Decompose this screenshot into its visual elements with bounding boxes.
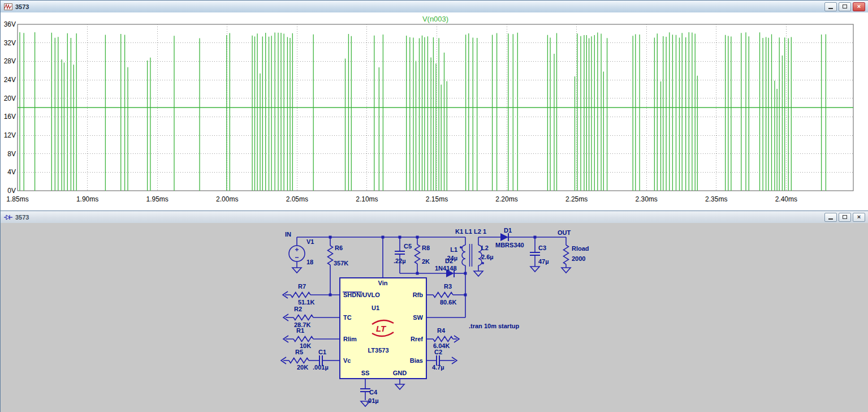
waveform-plot-area[interactable]: 36V32V28V24V20V16V12V8V4V0V1.85ms1.90ms1… — [1, 12, 868, 211]
sch-label: .001µ — [313, 364, 329, 371]
sch-label: SW — [413, 314, 423, 321]
x-tick-label: 1.95ms — [146, 195, 168, 203]
sch-label: 1N4148 — [435, 265, 457, 272]
sch-label: 47µ — [538, 258, 549, 265]
sch-label: OUT — [558, 229, 571, 236]
sch-label: R2 — [294, 306, 302, 312]
x-tick-label: 2.20ms — [495, 195, 517, 203]
x-tick-label: 2.05ms — [286, 195, 308, 203]
sch-label: R3 — [444, 283, 452, 290]
sch-label: L1 — [450, 246, 457, 253]
sch-label: 80.6K — [440, 299, 456, 306]
y-tick-label: 32V — [4, 39, 16, 47]
sch-label: C2 — [434, 349, 442, 355]
schematic-icon — [4, 214, 12, 221]
sch-label: Rlim — [343, 336, 357, 342]
x-tick-label: 2.10ms — [356, 195, 378, 203]
sch-label: D1 — [504, 227, 512, 234]
y-tick-label: 4V — [7, 168, 16, 176]
schematic-minimize-button[interactable] — [824, 213, 837, 222]
y-tick-label: 8V — [7, 150, 16, 158]
sch-label: Vc — [343, 357, 351, 364]
y-tick-label: 24V — [4, 76, 16, 84]
sch-label: 2.6µ — [481, 254, 494, 260]
x-tick-label: 2.40ms — [775, 195, 797, 203]
sch-label: C1 — [318, 349, 326, 355]
maximize-icon — [843, 5, 847, 8]
close-button[interactable]: × — [853, 2, 865, 11]
y-tick-label: 28V — [4, 57, 16, 65]
schematic-maximize-button[interactable] — [839, 213, 851, 222]
schematic-close-button[interactable]: × — [853, 213, 865, 222]
sch-label: .tran 10m startup — [469, 323, 520, 329]
sch-label: IN — [285, 231, 291, 238]
waveform-titlebar[interactable]: 3573 × — [1, 1, 868, 13]
schematic-window: 3573 × SHDN/UVLOTCRlimVcRfbSWRrefBiasVin… — [0, 211, 868, 412]
sch-label: V1 — [306, 238, 314, 245]
sch-label: C3 — [538, 244, 546, 251]
sch-label: Rload — [572, 245, 589, 252]
y-tick-label: 36V — [4, 20, 16, 28]
x-tick-label: 2.30ms — [636, 195, 658, 203]
sch-label: C4 — [369, 389, 378, 396]
sch-label: TC — [343, 314, 352, 321]
schematic-titlebar[interactable]: 3573 × — [1, 211, 868, 224]
x-tick-label: 2.35ms — [705, 195, 727, 203]
waveform-icon — [4, 3, 12, 10]
sch-label: R5 — [295, 349, 303, 355]
sch-label: .22µ — [394, 258, 406, 264]
maximize-icon — [843, 215, 847, 219]
waveform-plot[interactable]: 36V32V28V24V20V16V12V8V4V0V1.85ms1.90ms1… — [1, 12, 868, 211]
sch-label: GND — [393, 370, 407, 376]
y-tick-label: 16V — [4, 113, 16, 121]
sch-label: R8 — [422, 244, 430, 251]
y-tick-label: 20V — [4, 95, 16, 102]
minimize-icon — [828, 218, 833, 220]
waveform-window-title: 3573 — [15, 3, 29, 10]
sch-label: 2000 — [572, 255, 585, 262]
svg-text:LT: LT — [376, 324, 387, 333]
y-tick-label: 0V — [7, 187, 16, 195]
x-tick-label: 1.85ms — [6, 195, 28, 203]
sch-label: U1 — [372, 304, 379, 311]
sch-label: Vin — [378, 280, 388, 286]
x-tick-label: 2.25ms — [565, 195, 588, 203]
schematic-drawing: SHDN/UVLOTCRlimVcRfbSWRrefBiasVinSSGNDU1… — [281, 227, 589, 406]
sch-label: 51.1K — [298, 299, 314, 306]
sch-label: MBRS340 — [495, 242, 524, 248]
sch-label: R7 — [298, 283, 306, 290]
sch-label: 18 — [306, 259, 313, 265]
schematic-canvas[interactable]: SHDN/UVLOTCRlimVcRfbSWRrefBiasVinSSGNDU1… — [1, 223, 868, 412]
y-tick-label: 12V — [4, 131, 16, 139]
x-axis-labels: 1.85ms1.90ms1.95ms2.00ms2.05ms2.10ms2.15… — [6, 195, 797, 203]
sch-label: LT3573 — [368, 347, 388, 354]
x-tick-label: 1.90ms — [76, 195, 98, 203]
sch-label: .01µ — [366, 397, 379, 404]
sch-label: 357K — [334, 260, 348, 267]
sch-label: R6 — [335, 244, 343, 251]
sch-label: 4.7µ — [432, 364, 444, 371]
maximize-button[interactable] — [839, 2, 851, 11]
sch-label: K1 L1 L2 1 — [455, 228, 486, 235]
sch-label: 2K — [422, 258, 430, 265]
minimize-icon — [828, 8, 833, 9]
sch-label: SHDN/UVLO — [343, 291, 380, 298]
trace-label: V(n003) — [422, 15, 448, 23]
sch-label: D2 — [445, 258, 453, 264]
y-axis-labels: 36V32V28V24V20V16V12V8V4V0V — [4, 20, 16, 195]
sch-label: R1 — [296, 327, 304, 334]
sch-label: SS — [361, 370, 370, 376]
sch-label: Rref — [411, 336, 423, 342]
sch-label: L2 — [481, 244, 489, 251]
sch-label: C5 — [404, 243, 412, 250]
sch-label: R4 — [437, 327, 446, 334]
x-tick-label: 2.15ms — [426, 195, 448, 203]
sch-label: 20K — [297, 364, 308, 371]
sch-label: Rfb — [413, 291, 424, 298]
schematic-window-title: 3573 — [15, 214, 29, 221]
x-tick-label: 2.00ms — [216, 195, 238, 203]
schematic-canvas-area[interactable]: SHDN/UVLOTCRlimVcRfbSWRrefBiasVinSSGNDU1… — [1, 223, 868, 412]
minimize-button[interactable] — [824, 2, 837, 11]
sch-label: Bias — [410, 357, 423, 364]
waveform-window: 3573 × 36V32V28V24V20V16V12V8V4V0V1.85ms… — [0, 0, 868, 212]
